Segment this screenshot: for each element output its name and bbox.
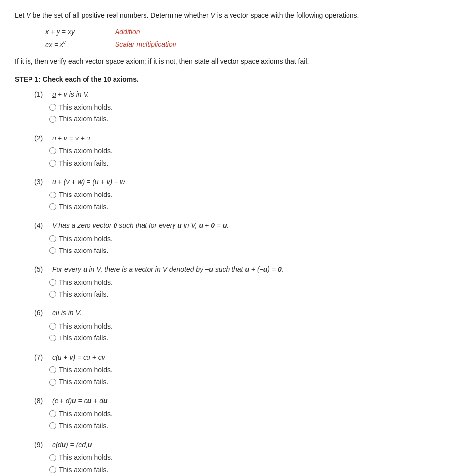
axiom-block-8: (8) (c + d)u = cu + du This axiom holds.… [34, 395, 448, 431]
axiom-9-holds-option[interactable]: This axiom holds. [49, 452, 448, 463]
axiom-title-7: (7) c(u + v) = cu + cv [34, 352, 448, 363]
axiom-title-2: (2) u + v = v + u [34, 133, 448, 143]
axiom-num-1: (1) [34, 89, 49, 100]
axiom-5-holds-label: This axiom holds. [59, 277, 113, 288]
axiom-desc-1: u + v is in V. [52, 89, 89, 100]
axiom-6-holds-option[interactable]: This axiom holds. [49, 321, 448, 332]
axiom-desc-7: c(u + v) = cu + cv [52, 352, 105, 363]
axiom-7-holds-label: This axiom holds. [59, 364, 113, 375]
axiom-title-4: (4) V has a zero vector 0 such that for … [34, 220, 448, 231]
axiom-desc-4: V has a zero vector 0 such that for ever… [52, 220, 229, 231]
axiom-1-holds-option[interactable]: This axiom holds. [49, 102, 448, 112]
axiom-title-8: (8) (c + d)u = cu + du [34, 395, 448, 406]
axiom-6-fails-option[interactable]: This axiom fails. [49, 333, 448, 343]
axiom-3-holds-radio[interactable] [49, 192, 56, 198]
axiom-block-2: (2) u + v = v + u This axiom holds. This… [34, 133, 448, 168]
axiom-desc-9: c(du) = (cd)u [52, 439, 92, 450]
intro-text: Let V be the set of all positive real nu… [15, 10, 448, 21]
axiom-1-fails-label: This axiom fails. [59, 113, 108, 124]
axiom-2-holds-label: This axiom holds. [59, 145, 113, 156]
operations-table: x + y = xy Addition cx = xc Scalar multi… [44, 26, 177, 51]
axiom-num-2: (2) [34, 133, 49, 143]
axiom-8-holds-option[interactable]: This axiom holds. [49, 408, 448, 419]
axiom-block-4: (4) V has a zero vector 0 such that for … [34, 220, 448, 256]
axiom-1-holds-label: This axiom holds. [59, 102, 113, 112]
axiom-desc-8: (c + d)u = cu + du [52, 395, 108, 406]
axiom-4-fails-radio[interactable] [49, 247, 56, 254]
axiom-3-fails-label: This axiom fails. [59, 201, 108, 212]
axiom-9-holds-radio[interactable] [49, 454, 56, 461]
operation-expr-scalar: cx = xc [45, 39, 114, 50]
axiom-desc-3: u + (v + w) = (u + v) + w [52, 176, 125, 187]
axiom-block-6: (6) cu is in V. This axiom holds. This a… [34, 308, 448, 343]
axiom-desc-5: For every u in V, there is a vector in V… [52, 264, 284, 275]
axiom-title-3: (3) u + (v + w) = (u + v) + w [34, 176, 448, 187]
axiom-block-3: (3) u + (v + w) = (u + v) + w This axiom… [34, 176, 448, 212]
axiom-3-fails-option[interactable]: This axiom fails. [49, 201, 448, 212]
step1-section: STEP 1: Check each of the 10 axioms. (1)… [15, 74, 448, 476]
step1-header: STEP 1: Check each of the 10 axioms. [15, 74, 448, 84]
operation-label-scalar: Scalar multiplication [115, 39, 176, 50]
axiom-5-holds-option[interactable]: This axiom holds. [49, 277, 448, 288]
axiom-6-fails-radio[interactable] [49, 335, 56, 341]
operation-label-addition: Addition [115, 27, 176, 37]
axiom-num-9: (9) [34, 439, 49, 450]
operation-expr-addition: x + y = xy [45, 27, 114, 37]
axiom-7-fails-label: This axiom fails. [59, 376, 108, 387]
axiom-7-fails-radio[interactable] [49, 379, 56, 386]
axiom-block-5: (5) For every u in V, there is a vector … [34, 264, 448, 300]
axiom-5-fails-option[interactable]: This axiom fails. [49, 289, 448, 300]
axiom-block-1: (1) u + v is in V. This axiom holds. Thi… [34, 89, 448, 125]
axiom-5-holds-radio[interactable] [49, 279, 56, 286]
axiom-6-fails-label: This axiom fails. [59, 333, 108, 343]
axiom-6-holds-label: This axiom holds. [59, 321, 113, 332]
axiom-2-holds-option[interactable]: This axiom holds. [49, 145, 448, 156]
operation-row-scalar: cx = xc Scalar multiplication [45, 39, 176, 50]
axiom-8-fails-option[interactable]: This axiom fails. [49, 420, 448, 431]
axiom-block-9: (9) c(du) = (cd)u This axiom holds. This… [34, 439, 448, 475]
axiom-num-7: (7) [34, 352, 49, 363]
axiom-7-holds-option[interactable]: This axiom holds. [49, 364, 448, 375]
axiom-9-holds-label: This axiom holds. [59, 452, 113, 463]
axiom-2-fails-radio[interactable] [49, 160, 56, 167]
intro-section: Let V be the set of all positive real nu… [15, 10, 448, 67]
axiom-7-fails-option[interactable]: This axiom fails. [49, 376, 448, 387]
axiom-7-holds-radio[interactable] [49, 366, 56, 373]
axioms-list: (1) u + v is in V. This axiom holds. Thi… [34, 89, 448, 476]
axiom-1-fails-option[interactable]: This axiom fails. [49, 113, 448, 124]
axiom-3-holds-label: This axiom holds. [59, 189, 113, 200]
step1-label: STEP 1: [15, 75, 41, 83]
axiom-3-fails-radio[interactable] [49, 203, 56, 210]
axiom-4-fails-option[interactable]: This axiom fails. [49, 245, 448, 256]
condition-text: If it is, then verify each vector space … [15, 56, 448, 67]
axiom-4-holds-label: This axiom holds. [59, 233, 113, 244]
axiom-2-fails-option[interactable]: This axiom fails. [49, 158, 448, 168]
axiom-num-6: (6) [34, 308, 49, 318]
axiom-3-holds-option[interactable]: This axiom holds. [49, 189, 448, 200]
axiom-title-5: (5) For every u in V, there is a vector … [34, 264, 448, 275]
axiom-1-holds-radio[interactable] [49, 104, 56, 111]
axiom-8-fails-label: This axiom fails. [59, 420, 108, 431]
axiom-title-6: (6) cu is in V. [34, 308, 448, 318]
axiom-block-7: (7) c(u + v) = cu + cv This axiom holds.… [34, 352, 448, 388]
axiom-2-holds-radio[interactable] [49, 147, 56, 154]
axiom-8-holds-label: This axiom holds. [59, 408, 113, 419]
axiom-8-fails-radio[interactable] [49, 422, 56, 429]
axiom-2-fails-label: This axiom fails. [59, 158, 108, 168]
axiom-9-fails-option[interactable]: This axiom fails. [49, 464, 448, 475]
axiom-9-fails-label: This axiom fails. [59, 464, 108, 475]
axiom-6-holds-radio[interactable] [49, 323, 56, 330]
axiom-title-9: (9) c(du) = (cd)u [34, 439, 448, 450]
axiom-num-4: (4) [34, 220, 49, 231]
axiom-num-3: (3) [34, 176, 49, 187]
axiom-8-holds-radio[interactable] [49, 410, 56, 417]
axiom-num-5: (5) [34, 264, 49, 275]
axiom-4-holds-option[interactable]: This axiom holds. [49, 233, 448, 244]
axiom-desc-2: u + v = v + u [52, 133, 90, 143]
axiom-1-fails-radio[interactable] [49, 116, 56, 123]
axiom-9-fails-radio[interactable] [49, 466, 56, 473]
axiom-4-holds-radio[interactable] [49, 235, 56, 242]
axiom-5-fails-radio[interactable] [49, 291, 56, 298]
operation-row-addition: x + y = xy Addition [45, 27, 176, 37]
axiom-title-1: (1) u + v is in V. [34, 89, 448, 100]
